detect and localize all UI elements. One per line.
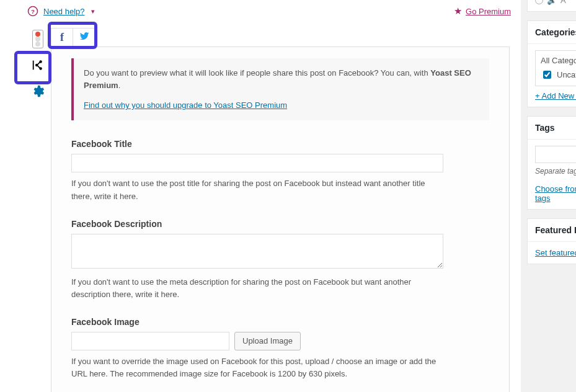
svg-line-7	[38, 66, 40, 68]
upsell-notice: Do you want to preview what it will look…	[71, 58, 489, 120]
fb-title-label: Facebook Title	[71, 139, 489, 149]
fb-image-hint: If you want to override the image used o…	[71, 355, 443, 380]
format-aside[interactable]: 🔉 A	[528, 0, 576, 11]
choose-tags-link[interactable]: Choose from the most used tags	[535, 184, 576, 203]
tab-advanced[interactable]	[25, 78, 51, 104]
checkbox-icon[interactable]	[543, 71, 551, 79]
tags-hint: Separate tags with commas	[535, 167, 576, 176]
fb-desc-input[interactable]	[71, 234, 443, 269]
fb-image-label: Facebook Image	[71, 317, 489, 327]
star-icon: ★	[454, 6, 462, 17]
tab-social[interactable]	[25, 52, 51, 78]
fb-desc-hint: If you don't want to use the meta descri…	[71, 276, 443, 301]
upload-image-button[interactable]: Upload Image	[234, 332, 301, 350]
fb-desc-label: Facebook Description	[71, 219, 489, 229]
radio-off-icon	[535, 0, 543, 4]
gear-icon	[31, 84, 45, 98]
need-help-link[interactable]: Need help?	[43, 7, 85, 16]
fb-title-hint: If you don't want to use the post title …	[71, 177, 443, 202]
go-premium-link[interactable]: Go Premium	[466, 7, 511, 16]
fb-title-input[interactable]	[71, 154, 443, 172]
help-icon: ?	[27, 6, 38, 17]
chevron-down-icon: ▾	[90, 7, 95, 16]
tab-readability[interactable]	[25, 26, 51, 52]
all-categories-tab[interactable]: All Categories	[541, 56, 576, 65]
facebook-icon: f	[60, 31, 64, 44]
tags-input[interactable]	[535, 146, 576, 163]
subtab-facebook[interactable]: f	[51, 28, 73, 47]
categories-title: Categories	[528, 21, 576, 44]
share-icon	[31, 58, 45, 72]
set-featured-link[interactable]: Set featured image	[535, 248, 576, 257]
social-panel: Do you want to preview what it will look…	[51, 47, 510, 392]
fb-image-input[interactable]	[71, 332, 229, 350]
featured-title: Featured Image	[528, 219, 576, 242]
notice-text: Do you want to preview what it will look…	[84, 68, 430, 78]
tags-title: Tags	[528, 117, 576, 140]
svg-text:?: ?	[31, 8, 35, 15]
add-new-category-link[interactable]: + Add New Category	[535, 91, 576, 100]
format-label: A	[560, 0, 566, 5]
twitter-icon	[79, 31, 89, 43]
category-uncategorized[interactable]: Uncategorized	[541, 69, 576, 81]
need-help-toggle[interactable]: ? Need help? ▾	[27, 6, 95, 17]
subtab-twitter[interactable]	[73, 28, 95, 47]
upgrade-link[interactable]: Find out why you should upgrade to Yoast…	[84, 100, 287, 110]
traffic-light-icon	[32, 30, 43, 48]
svg-line-6	[38, 62, 40, 65]
